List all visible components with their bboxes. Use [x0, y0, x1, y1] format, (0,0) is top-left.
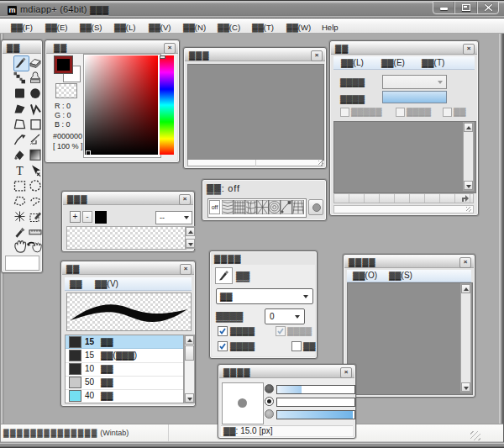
svg-text:T: T	[16, 165, 24, 177]
